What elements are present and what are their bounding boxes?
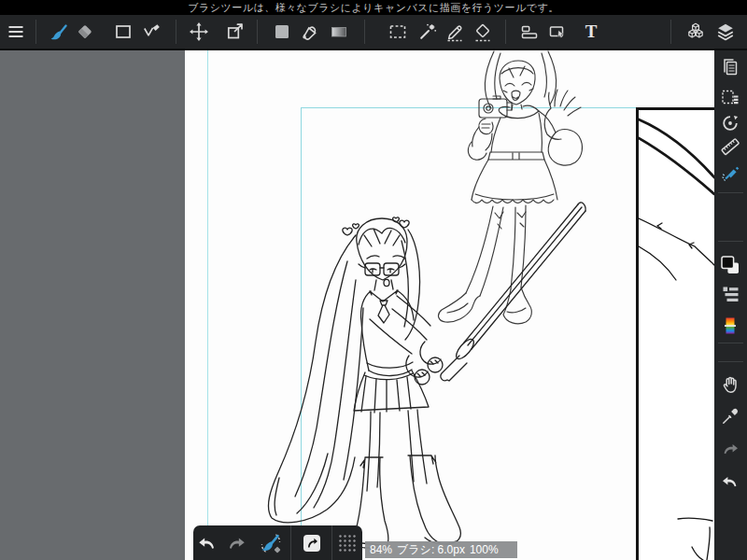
artwork-front-character: [268, 217, 460, 548]
hand-tool-button[interactable]: [718, 372, 742, 397]
panel-divide-button[interactable]: [516, 15, 543, 49]
redo-icon: [225, 532, 247, 554]
toolbar-divider: [670, 20, 671, 44]
toolbar-divider: [505, 20, 506, 44]
layers-button[interactable]: [712, 15, 739, 49]
sidebar-divider: [718, 192, 743, 193]
hand-icon: [720, 374, 740, 395]
main-toolbar: T: [0, 15, 747, 50]
polyline-tool-button[interactable]: [139, 15, 165, 49]
transform-badge-icon: [301, 532, 323, 554]
layers-icon: [715, 21, 736, 42]
undo-icon: [196, 532, 218, 554]
undo-button[interactable]: [193, 525, 221, 560]
layer-list-icon: [720, 283, 740, 303]
select-pen-icon: [444, 21, 465, 42]
operation-select-button[interactable]: [544, 15, 571, 49]
toolbar-divider: [257, 20, 258, 44]
transform-tool-button[interactable]: [222, 15, 248, 49]
status-zoom: 84%: [370, 543, 392, 556]
status-opacity: 100%: [470, 543, 499, 556]
eyedropper-button[interactable]: [718, 404, 742, 428]
tooltip-banner: ブラシツールは、様々なブラシによりキャンバスに描画を行うツールです。: [0, 0, 747, 15]
rotate-icon: [720, 113, 740, 133]
fg-bg-color-swatch[interactable]: [718, 253, 742, 277]
toolbar-divider: [364, 20, 365, 44]
move-tool-button[interactable]: [186, 15, 212, 49]
reference-panel[interactable]: [636, 107, 714, 560]
sidebar-divider: [718, 241, 743, 242]
reference-artwork: [639, 110, 714, 560]
polyline-icon: [142, 21, 162, 42]
move-arrows-icon: [189, 21, 209, 42]
toolbar-drag-handle[interactable]: [332, 525, 362, 560]
transform-icon: [225, 21, 246, 42]
gradient-icon: [329, 21, 349, 42]
undo-button[interactable]: [718, 469, 742, 494]
script-pages-button[interactable]: [718, 54, 742, 78]
draw-color-button[interactable]: [269, 15, 295, 49]
cursor-select-icon: [547, 21, 568, 42]
brush-eraser-toggle[interactable]: [251, 525, 290, 560]
gradient-tool-button[interactable]: [326, 15, 352, 49]
quick-transform-button[interactable]: [291, 525, 331, 560]
fg-bg-swatch-icon: [719, 254, 741, 276]
palette-icon: [720, 315, 740, 336]
selection-menu-button[interactable]: [718, 85, 742, 109]
panel-layout-icon: [519, 21, 540, 42]
selection-list-icon: [720, 87, 740, 107]
material-button[interactable]: [683, 15, 709, 49]
undo-icon: [720, 471, 740, 492]
cubes-icon: [685, 21, 706, 42]
toolbar-divider: [35, 20, 36, 44]
brush-panel-button[interactable]: [718, 161, 742, 186]
shape-tool-button[interactable]: [110, 15, 136, 49]
eraser-tool-button[interactable]: [72, 15, 98, 49]
layer-list-button[interactable]: [718, 281, 742, 305]
select-pen-button[interactable]: [442, 15, 468, 49]
color-square-icon: [272, 21, 292, 42]
artwork-back-character: [439, 51, 583, 324]
status-bar: 84%ブラシ: 6.0px100%: [365, 541, 517, 558]
text-icon: T: [585, 21, 598, 42]
sidebar-divider: [718, 343, 743, 343]
toolbar-divider: [176, 20, 176, 44]
sidebar-divider: [718, 361, 743, 362]
menu-button[interactable]: [3, 15, 29, 49]
rectangle-icon: [113, 21, 134, 42]
ruler-button[interactable]: [718, 134, 742, 159]
paint-bucket-icon: [301, 21, 321, 42]
select-eraser-button[interactable]: [470, 15, 496, 49]
right-sidebar: [714, 50, 747, 560]
select-tool-button[interactable]: [385, 15, 411, 49]
status-brush: ブラシ: 6.0px: [397, 543, 465, 556]
canvas-artwork[interactable]: [185, 50, 714, 560]
marquee-icon: [388, 21, 408, 42]
artwork-sword: [441, 203, 585, 381]
redo-button[interactable]: [221, 525, 251, 560]
select-eraser-icon: [472, 21, 493, 42]
magic-wand-icon: [417, 21, 438, 42]
redo-button[interactable]: [718, 437, 742, 461]
text-tool-button[interactable]: T: [578, 15, 604, 49]
brush-tool-button[interactable]: [46, 15, 72, 49]
redo-icon: [720, 439, 740, 459]
menu-icon: [6, 21, 26, 42]
brush-swap-icon: [259, 531, 283, 555]
fill-tool-button[interactable]: [298, 15, 324, 49]
dots-grid-icon: [337, 533, 358, 553]
eyedropper-icon: [720, 406, 740, 427]
magic-wand-button[interactable]: [415, 15, 441, 49]
pages-icon: [720, 56, 740, 77]
ruler-icon: [720, 136, 740, 157]
airbrush-icon: [720, 163, 740, 184]
bottom-toolbar: [193, 525, 362, 560]
color-palette-button[interactable]: [718, 314, 742, 338]
rotate-view-button[interactable]: [718, 111, 742, 135]
eraser-icon: [75, 21, 95, 42]
brush-icon: [49, 21, 69, 42]
